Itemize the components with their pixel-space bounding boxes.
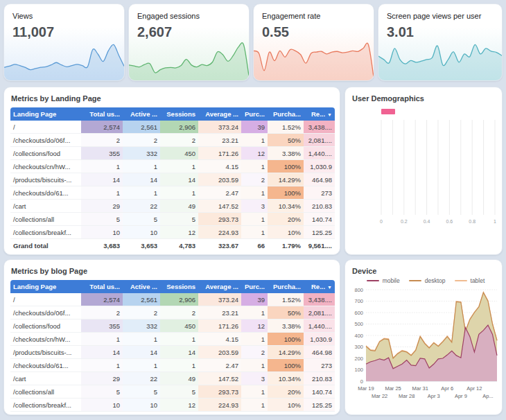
svg-text:100: 100 — [354, 367, 363, 373]
column-header[interactable]: Total us... — [81, 107, 123, 121]
column-header[interactable]: Active ... — [123, 107, 160, 121]
svg-text:600: 600 — [354, 310, 363, 316]
table-cell: 5 — [160, 213, 198, 226]
column-header[interactable]: Re...▼ — [304, 280, 335, 293]
table-row[interactable]: /cart292249147.52310.34%210.83 — [10, 372, 335, 385]
table-cell: 3 — [241, 372, 268, 385]
table-cell: 100% — [268, 186, 304, 200]
svg-text:Apr 3: Apr 3 — [428, 393, 440, 399]
table-cell: 3.38% — [268, 320, 304, 333]
table-cell: 12 — [241, 320, 268, 333]
table-cell: 224.93 — [198, 399, 241, 412]
table-cell: 464.98 — [304, 173, 335, 186]
table-row[interactable]: /products/biscuits-...141414203.59214.29… — [10, 173, 335, 186]
table-row[interactable]: /collections/breakf...101012224.93110%12… — [10, 399, 335, 412]
svg-text:Apr 12: Apr 12 — [466, 385, 482, 392]
table-row[interactable]: /checkouts/do/06f...22223.21150%2,081...… — [10, 134, 335, 147]
table-cell: 5 — [81, 213, 123, 226]
svg-text:Mar 22: Mar 22 — [372, 393, 387, 399]
metrics-by-blog-page-card: Metrics by blog Page Landing PageTotal u… — [3, 259, 340, 415]
table-cell: 3 — [241, 200, 268, 213]
svg-text:Mar 28: Mar 28 — [399, 393, 415, 399]
device-chart[interactable]: 0100200300400500600700800Mar 19Mar 25Mar… — [347, 284, 501, 406]
table-cell: 450 — [160, 147, 198, 160]
scorecard-label: Engaged sessions — [129, 4, 249, 20]
column-header[interactable]: Landing Page — [10, 107, 81, 121]
table-cell: /checkouts/do/06f... — [10, 306, 81, 320]
sort-dropdown-icon[interactable]: ▼ — [327, 285, 332, 290]
column-header[interactable]: Purcha... — [268, 107, 304, 121]
user-demographics-chart[interactable]: 00.20.40.60.81 — [349, 107, 498, 243]
table-cell: 332 — [123, 147, 160, 160]
table-row[interactable]: /2,5742,5612,906373.24391.52%3,438.... — [10, 121, 335, 134]
table-row[interactable]: /checkouts/do/06f...22223.21150%2,081...… — [10, 306, 335, 320]
legend-item-mobile[interactable]: mobile — [367, 277, 400, 284]
table-cell: 273 — [304, 186, 335, 200]
table-cell: 2.47 — [198, 359, 241, 372]
column-header[interactable]: Total us... — [81, 280, 123, 293]
table-cell: 2 — [160, 306, 198, 320]
column-header[interactable]: Average ... — [198, 107, 241, 121]
column-header[interactable]: Purcha... — [268, 280, 304, 293]
table-row[interactable]: /checkouts/cn/hW...1114.151100%1,030.9 — [10, 160, 335, 173]
scorecard-engagement-rate[interactable]: Engagement rate 0.55 — [253, 3, 374, 81]
table-row[interactable]: /2,5742,5612,906373.24391.52%3,438.... — [10, 293, 335, 306]
table-cell: 2,906 — [160, 293, 198, 306]
table-cell: 10% — [268, 399, 304, 412]
table-row[interactable]: Grand total3,6833,6534,783323.67661.79%9… — [10, 239, 335, 252]
column-header[interactable]: Re...▼ — [304, 107, 335, 121]
table-cell: 373.24 — [198, 121, 241, 134]
table-cell: 100% — [268, 333, 304, 346]
legend-swatch[interactable] — [381, 109, 395, 114]
table-row[interactable]: /collections/breakf...101012224.93110%12… — [10, 226, 335, 239]
scorecard-views[interactable]: Views 11,007 — [3, 3, 125, 81]
table-cell: /checkouts/cn/hW... — [10, 333, 81, 346]
column-header[interactable]: Landing Page — [10, 280, 81, 293]
table-cell: 4.15 — [198, 333, 241, 346]
table-cell: /products/biscuits-... — [10, 173, 81, 186]
table-cell: 14 — [123, 173, 160, 186]
table-row[interactable]: /checkouts/cn/hW...1114.151100%1,030.9 — [10, 333, 335, 346]
table-row[interactable]: /collections/all555293.73120%140.74 — [10, 213, 335, 226]
table-cell: 1,030.9 — [304, 333, 335, 346]
device-chart-legend: mobiledesktoptablet — [352, 277, 499, 284]
table-cell: 1.79% — [268, 412, 304, 416]
column-header[interactable]: Average ... — [198, 280, 241, 293]
table-cell: 1.52% — [268, 293, 304, 306]
table-cell: 29 — [81, 372, 123, 385]
legend-item-tablet[interactable]: tablet — [455, 277, 485, 284]
table-row[interactable]: /checkouts/do/61...1112.471100%273 — [10, 359, 335, 372]
table-cell: 2 — [241, 173, 268, 186]
column-header[interactable]: Active ... — [123, 280, 160, 293]
table-row[interactable]: /products/biscuits-...141414203.59214.29… — [10, 346, 335, 359]
svg-text:500: 500 — [354, 321, 363, 327]
table-cell: 1 — [160, 186, 198, 200]
dashboard-page: Views 11,007 Engaged sessions 2,607 Enga… — [0, 0, 506, 420]
table-cell: 125.25 — [304, 399, 335, 412]
column-header[interactable]: Purc... — [241, 107, 268, 121]
table-cell: 1 — [160, 333, 198, 346]
table-row[interactable]: /cart292249147.52310.34%210.83 — [10, 200, 335, 213]
table-row[interactable]: /collections/food355332450171.26123.38%1… — [10, 147, 335, 160]
column-header[interactable]: Purc... — [241, 280, 268, 293]
svg-text:Ap...: Ap... — [482, 393, 493, 399]
metrics-by-landing-page-card: Metrics by Landing Page Landing PageTota… — [3, 87, 340, 255]
table-cell: 3,438.... — [304, 121, 335, 134]
scorecard-engaged-sessions[interactable]: Engaged sessions 2,607 — [128, 3, 250, 81]
table-row[interactable]: /checkouts/do/61...1112.471100%273 — [10, 186, 335, 200]
table-cell: 1 — [81, 359, 123, 372]
column-header[interactable]: Sessions — [160, 280, 198, 293]
table-cell: 1 — [123, 359, 160, 372]
table-row[interactable]: Grand total3,6833,6534,783323.67661.79%9… — [10, 412, 335, 416]
table-row[interactable]: /collections/food355332450171.26123.38%1… — [10, 320, 335, 333]
sort-dropdown-icon[interactable]: ▼ — [327, 112, 332, 117]
table-row[interactable]: /collections/all555293.73120%140.74 — [10, 385, 335, 399]
table-cell: 2 — [123, 134, 160, 147]
table-cell: 12 — [160, 399, 198, 412]
table-cell: 147.52 — [198, 200, 241, 213]
table-cell: 1 — [123, 186, 160, 200]
table-cell: 10.34% — [268, 200, 304, 213]
scorecard-screen-page-views[interactable]: Screen page views per user 3.01 — [378, 3, 503, 81]
column-header[interactable]: Sessions — [160, 107, 198, 121]
legend-item-desktop[interactable]: desktop — [409, 277, 446, 284]
